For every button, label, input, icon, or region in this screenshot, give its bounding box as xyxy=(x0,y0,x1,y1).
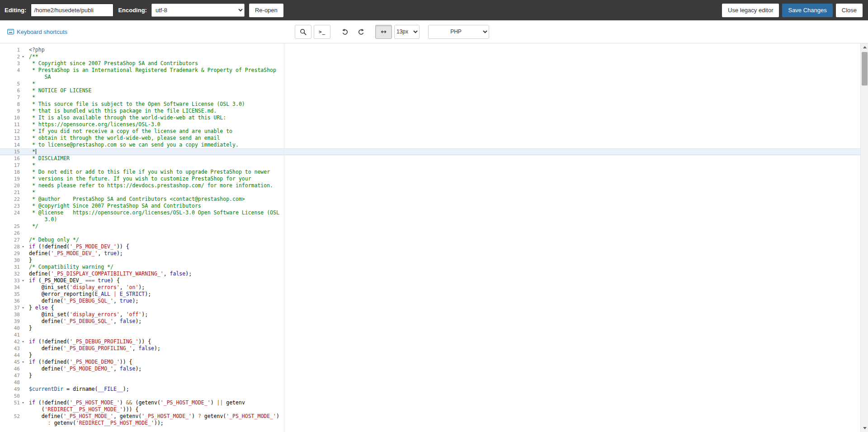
code-text[interactable]: if (!defined('_PS_HOST_MODE_') && (geten… xyxy=(26,399,860,413)
code-line[interactable]: 29define('_PS_MODE_DEV_', true); xyxy=(0,250,860,257)
fold-arrow-icon[interactable]: ▾ xyxy=(20,53,26,60)
scroll-up-button[interactable] xyxy=(861,43,868,51)
line-number[interactable]: 15 xyxy=(0,148,20,155)
code-line[interactable]: 23 * @copyright Since 2007 PrestaShop SA… xyxy=(0,203,860,209)
code-line[interactable]: 12 * If you did not receive a copy of th… xyxy=(0,128,860,135)
code-text[interactable]: * obtain it through the world-wide-web, … xyxy=(26,135,860,142)
line-number[interactable]: 46 xyxy=(0,366,20,372)
code-line[interactable]: 45▾if (!defined('_PS_MODE_DEMO_')) { xyxy=(0,359,860,366)
line-number[interactable]: 14 xyxy=(0,142,20,148)
line-number[interactable]: 48 xyxy=(0,379,20,386)
code-text[interactable]: } xyxy=(26,372,860,379)
fold-arrow-icon[interactable]: ▾ xyxy=(20,338,26,345)
code-text[interactable]: * If you did not receive a copy of the l… xyxy=(26,128,860,135)
line-number[interactable]: 29 xyxy=(0,250,20,257)
language-select[interactable]: PHP xyxy=(428,25,489,39)
code-line[interactable]: 6 * NOTICE OF LICENSE xyxy=(0,87,860,94)
code-line[interactable]: 40} xyxy=(0,325,860,332)
code-text[interactable]: define('_PS_DISPLAY_COMPATIBILITY_WARNIN… xyxy=(26,271,860,277)
code-line[interactable]: 51▾if (!defined('_PS_HOST_MODE_') && (ge… xyxy=(0,399,860,413)
code-text[interactable]: * @license https://opensource.org/licens… xyxy=(26,209,860,223)
search-button[interactable] xyxy=(295,25,311,39)
command-line-button[interactable]: >_ xyxy=(314,25,330,39)
line-number[interactable]: 50 xyxy=(0,393,20,399)
code-text[interactable]: } else { xyxy=(26,304,860,311)
code-text[interactable]: } xyxy=(26,325,860,332)
scrollbar-thumb[interactable] xyxy=(862,52,868,85)
line-number[interactable]: 40 xyxy=(0,325,20,332)
code-line[interactable]: 42▾if (!defined('_PS_DEBUG_PROFILING_'))… xyxy=(0,338,860,345)
code-text[interactable]: define('_PS_MODE_DEV_', true); xyxy=(26,250,860,257)
line-number[interactable]: 30 xyxy=(0,257,20,264)
code-text[interactable] xyxy=(26,379,860,386)
code-line[interactable]: 49$currentDir = dirname(__FILE__); xyxy=(0,386,860,393)
code-line[interactable]: 31/* Compatibility warning */ xyxy=(0,264,860,271)
code-line[interactable]: 13 * obtain it through the world-wide-we… xyxy=(0,135,860,142)
code-text[interactable]: } xyxy=(26,257,860,264)
line-number[interactable]: 17 xyxy=(0,162,20,169)
close-button[interactable]: Close xyxy=(836,4,863,17)
code-text[interactable]: * Copyright since 2007 PrestaShop SA and… xyxy=(26,60,860,67)
code-text[interactable] xyxy=(26,393,860,399)
code-line[interactable]: 50 xyxy=(0,393,860,399)
code-line[interactable]: 27/* Debug only */ xyxy=(0,237,860,243)
line-number[interactable]: 12 xyxy=(0,128,20,135)
line-number[interactable]: 10 xyxy=(0,114,20,121)
code-text[interactable]: /** xyxy=(26,53,860,60)
line-number[interactable]: 1 xyxy=(0,47,20,53)
code-line[interactable]: 26 xyxy=(0,230,860,237)
code-line[interactable]: 16 * DISCLAIMER xyxy=(0,155,860,162)
reopen-button[interactable]: Re-open xyxy=(249,4,283,17)
line-number[interactable]: 8 xyxy=(0,101,20,108)
code-line[interactable]: 9 * that is bundled with this package in… xyxy=(0,108,860,114)
line-number[interactable]: 39 xyxy=(0,318,20,325)
code-text[interactable]: * @copyright Since 2007 PrestaShop SA an… xyxy=(26,203,860,209)
line-number[interactable]: 32 xyxy=(0,271,20,277)
code-lines[interactable]: 1<?php2▾/**3 * Copyright since 2007 Pres… xyxy=(0,47,860,427)
undo-button[interactable] xyxy=(338,25,352,39)
scroll-down-button[interactable] xyxy=(861,424,868,432)
code-line[interactable]: 34 @ini_set('display_errors', 'on'); xyxy=(0,284,860,291)
code-text[interactable]: * that is bundled with this package in t… xyxy=(26,108,860,114)
code-text[interactable]: * @author PrestaShop SA and Contributors… xyxy=(26,196,860,203)
line-number[interactable]: 5 xyxy=(0,81,20,87)
line-number[interactable]: 4 xyxy=(0,67,20,74)
line-number[interactable]: 49 xyxy=(0,386,20,393)
line-number[interactable]: 3 xyxy=(0,60,20,67)
code-line[interactable]: 1<?php xyxy=(0,47,860,53)
font-size-select[interactable]: 13px xyxy=(394,25,420,39)
code-line[interactable]: 33▾if (_PS_MODE_DEV_ === true) { xyxy=(0,277,860,284)
code-text[interactable]: * xyxy=(26,162,860,169)
code-text[interactable]: if (_PS_MODE_DEV_ === true) { xyxy=(26,277,860,284)
code-text[interactable]: define('_PS_DEBUG_SQL_', false); xyxy=(26,318,860,325)
code-text[interactable]: * to license@prestashop.com so we can se… xyxy=(26,142,860,148)
code-text[interactable]: /* Compatibility warning */ xyxy=(26,264,860,271)
code-text[interactable]: * PrestaShop is an International Registe… xyxy=(26,67,860,81)
code-text[interactable]: /* Debug only */ xyxy=(26,237,860,243)
code-text[interactable]: * xyxy=(26,189,860,196)
line-number[interactable]: 51 xyxy=(0,399,20,406)
line-number[interactable]: 45 xyxy=(0,359,20,366)
code-line[interactable]: 3 * Copyright since 2007 PrestaShop SA a… xyxy=(0,60,860,67)
fold-arrow-icon[interactable]: ▾ xyxy=(20,277,26,284)
code-line[interactable]: 19 * versions in the future. If you wish… xyxy=(0,176,860,182)
line-number[interactable]: 25 xyxy=(0,223,20,230)
line-number[interactable]: 34 xyxy=(0,284,20,291)
code-text[interactable]: <?php xyxy=(26,47,860,53)
code-line[interactable]: 21 * xyxy=(0,189,860,196)
line-number[interactable]: 26 xyxy=(0,230,20,237)
line-number[interactable]: 11 xyxy=(0,121,20,128)
line-number[interactable]: 42 xyxy=(0,338,20,345)
code-text[interactable] xyxy=(26,332,860,338)
line-number[interactable]: 16 xyxy=(0,155,20,162)
code-text[interactable]: if (!defined('_PS_MODE_DEMO_')) { xyxy=(26,359,860,366)
code-text[interactable]: * DISCLAIMER xyxy=(26,155,860,162)
code-text[interactable]: if (!defined('_PS_DEBUG_PROFILING_')) { xyxy=(26,338,860,345)
code-text[interactable] xyxy=(26,230,860,237)
vertical-scrollbar[interactable] xyxy=(860,43,868,432)
code-line[interactable]: 7 * xyxy=(0,94,860,101)
fold-arrow-icon[interactable]: ▾ xyxy=(20,243,26,250)
code-text[interactable]: @ini_set('display_errors', 'off'); xyxy=(26,311,860,318)
code-text[interactable]: define('_PS_HOST_MODE_', getenv('_PS_HOS… xyxy=(26,413,860,427)
code-text[interactable]: * This source file is subject to the Ope… xyxy=(26,101,860,108)
